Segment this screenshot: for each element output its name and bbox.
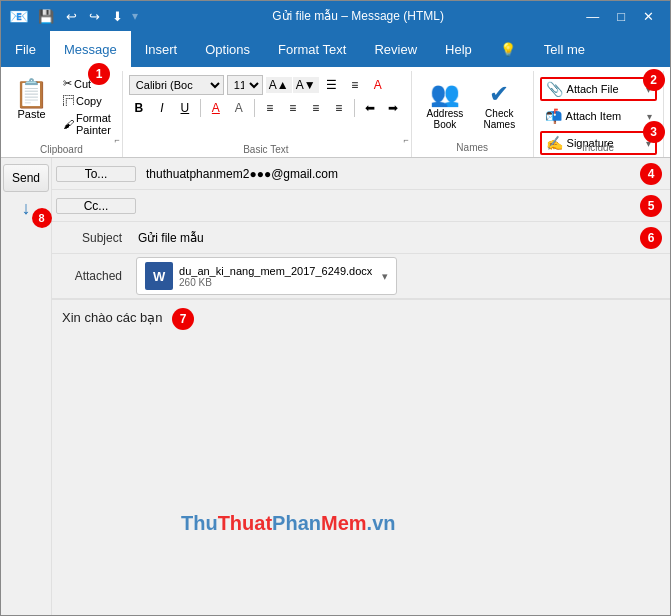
basic-text-expand-icon[interactable]: ⌐ — [404, 135, 409, 145]
menu-tell-me[interactable]: Tell me — [530, 31, 599, 67]
list-btn[interactable]: ☰ — [322, 75, 342, 95]
indent-less-btn[interactable]: ⬅ — [360, 98, 380, 118]
basic-text-group-label: Basic Text — [243, 144, 288, 157]
font-color-btn[interactable]: A — [206, 98, 226, 118]
email-body[interactable]: Xin chào các bạn 7 — [52, 299, 670, 615]
include-group-label: Include — [582, 142, 614, 155]
badge-6: 6 — [640, 227, 662, 249]
menu-review[interactable]: Review — [360, 31, 431, 67]
attach-file-icon: 📎 — [546, 81, 563, 97]
cc-input[interactable] — [140, 195, 640, 217]
format-painter-icon: 🖌 — [63, 118, 74, 130]
format-row: B I U A A ≡ ≡ ≡ ≡ ⬅ ➡ — [129, 98, 403, 118]
send-button[interactable]: Send — [3, 164, 49, 192]
subject-label: Subject — [52, 231, 132, 245]
attach-item-label: Attach Item — [566, 110, 622, 122]
window-title: Gửi file mẫu – Message (HTML) — [272, 9, 444, 23]
app-icon: 📧 — [9, 7, 29, 26]
menu-file[interactable]: File — [1, 31, 50, 67]
badge-5: 5 — [640, 195, 662, 217]
attach-item-btn[interactable]: 📬 Attach Item ▾ — [540, 105, 657, 127]
font-row: Calibri (Boc 11 A▲ A▼ ☰ ≡ A — [129, 75, 403, 95]
underline-btn[interactable]: U — [175, 98, 195, 118]
names-group-label: Names — [456, 142, 488, 155]
badge-2: 2 — [643, 69, 665, 91]
attachment-dropdown-icon[interactable]: ▾ — [382, 270, 388, 283]
highlight-color-btn color-btn[interactable]: A — [368, 75, 388, 95]
attachment-item[interactable]: W du_an_ki_nang_mem_2017_6249.docx 260 K… — [136, 257, 397, 295]
copy-icon: ⿸ — [63, 95, 74, 107]
subject-input[interactable] — [132, 227, 640, 249]
format-painter-button[interactable]: 🖌 Format Painter — [58, 110, 116, 138]
minimize-btn[interactable]: — — [578, 7, 607, 26]
menu-bar: File Message Insert Options Format Text … — [1, 31, 670, 67]
font-size-select[interactable]: 11 — [227, 75, 263, 95]
grow-font-btn[interactable]: A▲ — [266, 77, 292, 93]
indent-more-btn[interactable]: ➡ — [383, 98, 403, 118]
format-painter-label: Format Painter — [76, 112, 111, 136]
to-button[interactable]: To... — [56, 166, 136, 182]
address-book-label: Address Book — [427, 108, 464, 130]
list-indent-btn[interactable]: ≡ — [345, 75, 365, 95]
check-names-icon: ✔ — [489, 80, 509, 108]
paste-icon: 📋 — [14, 80, 49, 108]
clipboard-expand-icon[interactable]: ⌐ — [115, 135, 120, 145]
shrink-font-btn[interactable]: A▼ — [293, 77, 319, 93]
cc-button[interactable]: Cc... — [56, 198, 136, 214]
ribbon-basic-text-group: Calibri (Boc 11 A▲ A▼ ☰ ≡ A B I — [123, 71, 412, 157]
send-panel: Send ↓ 8 — [1, 158, 52, 615]
cut-copy-format-btns: ✂ Cut ⿸ Copy 🖌 Format Painter — [58, 75, 116, 138]
badge-1: 1 — [88, 63, 110, 85]
maximize-btn[interactable]: □ — [609, 7, 633, 26]
copy-button[interactable]: ⿸ Copy — [58, 93, 116, 109]
cut-icon: ✂ — [63, 77, 72, 90]
basic-text-outlined: Calibri (Boc 11 A▲ A▼ ☰ ≡ A B I — [129, 75, 403, 121]
save-quick-btn[interactable]: 💾 — [35, 9, 57, 24]
signature-icon: ✍ — [546, 135, 563, 151]
badge-7: 7 — [172, 308, 194, 330]
email-content-area: To... 4 Cc... 5 Subject 6 Attach — [52, 158, 670, 615]
title-bar-controls: — □ ✕ — [578, 7, 662, 26]
word-doc-icon: W — [145, 262, 173, 290]
bold-btn[interactable]: B — [129, 98, 149, 118]
menu-insert[interactable]: Insert — [131, 31, 192, 67]
font-size-controls: A▲ A▼ — [266, 77, 319, 93]
menu-message[interactable]: Message — [50, 31, 131, 67]
align-justify-btn[interactable]: ≡ — [329, 98, 349, 118]
menu-help[interactable]: Help — [431, 31, 486, 67]
title-bar: 📧 💾 ↩ ↪ ⬇ ▾ Gửi file mẫu – Message (HTML… — [1, 1, 670, 31]
font-family-select[interactable]: Calibri (Boc — [129, 75, 224, 95]
main-area: Send ↓ 8 To... 4 Cc... 5 — [1, 158, 670, 615]
font-color2-btn[interactable]: A — [229, 98, 249, 118]
check-names-label: Check Names — [481, 108, 518, 130]
attach-item-icon: 📬 — [545, 108, 562, 124]
ribbon-tags-group: ❗ 🚩 🔔 🏷 Tags ⌐ — [664, 71, 671, 157]
menu-lightbulb: 💡 — [486, 31, 530, 67]
attach-file-btn[interactable]: 📎 Attach File ▾ — [540, 77, 657, 101]
menu-options[interactable]: Options — [191, 31, 264, 67]
align-right-btn[interactable]: ≡ — [306, 98, 326, 118]
ribbon-clipboard-group: 📋 Paste ✂ Cut ⿸ Copy 🖌 Format Painter — [1, 71, 123, 157]
address-book-btn[interactable]: 👥 Address Book — [420, 75, 470, 135]
undo-quick-btn[interactable]: ↩ — [63, 9, 80, 24]
redo-quick-btn[interactable]: ↪ — [86, 9, 103, 24]
italic-btn[interactable]: I — [152, 98, 172, 118]
badge-8: 8 — [32, 208, 52, 228]
close-btn[interactable]: ✕ — [635, 7, 662, 26]
cc-row: Cc... 5 — [52, 190, 670, 222]
clipboard-group-label: Clipboard — [40, 144, 83, 157]
down-quick-btn[interactable]: ⬇ — [109, 9, 126, 24]
check-names-btn[interactable]: ✔ Check Names — [474, 75, 525, 135]
format-separator-2 — [254, 99, 255, 117]
align-center-btn[interactable]: ≡ — [283, 98, 303, 118]
attachment-details: du_an_ki_nang_mem_2017_6249.docx 260 KB — [179, 265, 372, 288]
paste-button[interactable]: 📋 Paste — [7, 75, 56, 138]
menu-format-text[interactable]: Format Text — [264, 31, 360, 67]
badge-4: 4 — [640, 163, 662, 185]
title-bar-left: 📧 💾 ↩ ↪ ⬇ ▾ — [9, 7, 138, 26]
to-input[interactable] — [140, 163, 640, 185]
align-left-btn[interactable]: ≡ — [260, 98, 280, 118]
subject-row: Subject 6 — [52, 222, 670, 254]
attachment-size: 260 KB — [179, 277, 372, 288]
attached-label: Attached — [52, 269, 132, 283]
